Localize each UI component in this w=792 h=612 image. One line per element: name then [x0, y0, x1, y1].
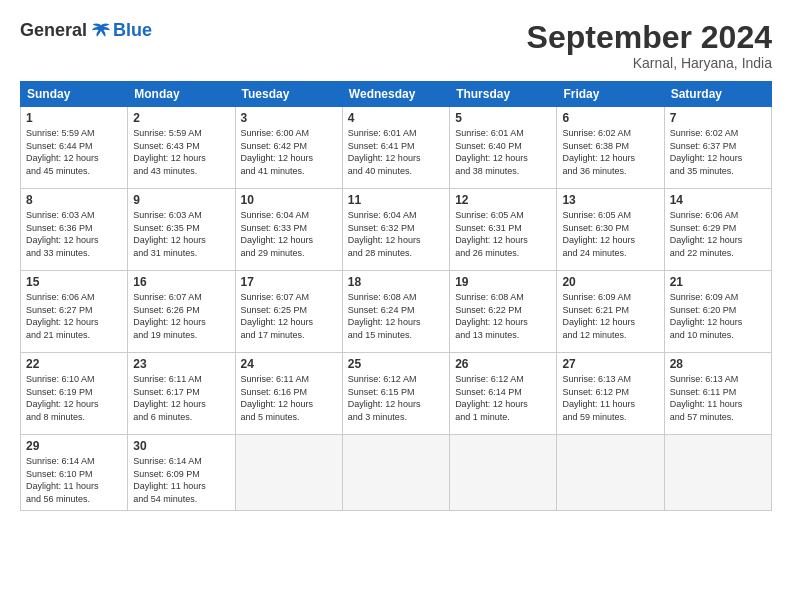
logo-blue-text: Blue	[113, 20, 152, 41]
col-friday: Friday	[557, 82, 664, 107]
table-row: 3Sunrise: 6:00 AMSunset: 6:42 PMDaylight…	[235, 107, 342, 189]
table-row: 28Sunrise: 6:13 AMSunset: 6:11 PMDayligh…	[664, 353, 771, 435]
day-number: 4	[348, 111, 444, 125]
title-block: September 2024 Karnal, Haryana, India	[527, 20, 772, 71]
day-number: 3	[241, 111, 337, 125]
table-row: 5Sunrise: 6:01 AMSunset: 6:40 PMDaylight…	[450, 107, 557, 189]
day-info: Sunrise: 6:06 AMSunset: 6:27 PMDaylight:…	[26, 292, 99, 340]
day-info: Sunrise: 6:11 AMSunset: 6:16 PMDaylight:…	[241, 374, 314, 422]
day-number: 23	[133, 357, 229, 371]
col-tuesday: Tuesday	[235, 82, 342, 107]
table-row: 16Sunrise: 6:07 AMSunset: 6:26 PMDayligh…	[128, 271, 235, 353]
table-row: 10Sunrise: 6:04 AMSunset: 6:33 PMDayligh…	[235, 189, 342, 271]
day-number: 21	[670, 275, 766, 289]
day-number: 22	[26, 357, 122, 371]
day-number: 17	[241, 275, 337, 289]
table-row	[235, 435, 342, 510]
table-row: 6Sunrise: 6:02 AMSunset: 6:38 PMDaylight…	[557, 107, 664, 189]
day-info: Sunrise: 6:04 AMSunset: 6:33 PMDaylight:…	[241, 210, 314, 258]
day-number: 25	[348, 357, 444, 371]
day-number: 9	[133, 193, 229, 207]
table-row: 13Sunrise: 6:05 AMSunset: 6:30 PMDayligh…	[557, 189, 664, 271]
table-row: 19Sunrise: 6:08 AMSunset: 6:22 PMDayligh…	[450, 271, 557, 353]
day-info: Sunrise: 6:03 AMSunset: 6:36 PMDaylight:…	[26, 210, 99, 258]
logo-bird-icon	[91, 21, 111, 41]
day-info: Sunrise: 6:11 AMSunset: 6:17 PMDaylight:…	[133, 374, 206, 422]
day-number: 26	[455, 357, 551, 371]
table-row: 22Sunrise: 6:10 AMSunset: 6:19 PMDayligh…	[21, 353, 128, 435]
table-row: 12Sunrise: 6:05 AMSunset: 6:31 PMDayligh…	[450, 189, 557, 271]
day-number: 7	[670, 111, 766, 125]
table-row: 14Sunrise: 6:06 AMSunset: 6:29 PMDayligh…	[664, 189, 771, 271]
day-info: Sunrise: 6:01 AMSunset: 6:41 PMDaylight:…	[348, 128, 421, 176]
col-saturday: Saturday	[664, 82, 771, 107]
table-row: 30Sunrise: 6:14 AMSunset: 6:09 PMDayligh…	[128, 435, 235, 510]
day-info: Sunrise: 6:06 AMSunset: 6:29 PMDaylight:…	[670, 210, 743, 258]
col-sunday: Sunday	[21, 82, 128, 107]
day-info: Sunrise: 6:05 AMSunset: 6:31 PMDaylight:…	[455, 210, 528, 258]
location: Karnal, Haryana, India	[527, 55, 772, 71]
table-row: 2Sunrise: 5:59 AMSunset: 6:43 PMDaylight…	[128, 107, 235, 189]
calendar-page: General Blue September 2024 Karnal, Hary…	[0, 0, 792, 612]
day-number: 28	[670, 357, 766, 371]
table-row: 1Sunrise: 5:59 AMSunset: 6:44 PMDaylight…	[21, 107, 128, 189]
table-row: 4Sunrise: 6:01 AMSunset: 6:41 PMDaylight…	[342, 107, 449, 189]
day-info: Sunrise: 6:03 AMSunset: 6:35 PMDaylight:…	[133, 210, 206, 258]
table-row: 8Sunrise: 6:03 AMSunset: 6:36 PMDaylight…	[21, 189, 128, 271]
table-row: 29Sunrise: 6:14 AMSunset: 6:10 PMDayligh…	[21, 435, 128, 510]
day-info: Sunrise: 6:14 AMSunset: 6:10 PMDaylight:…	[26, 456, 99, 504]
day-number: 16	[133, 275, 229, 289]
table-row: 21Sunrise: 6:09 AMSunset: 6:20 PMDayligh…	[664, 271, 771, 353]
header: General Blue September 2024 Karnal, Hary…	[20, 20, 772, 71]
table-row: 15Sunrise: 6:06 AMSunset: 6:27 PMDayligh…	[21, 271, 128, 353]
day-number: 13	[562, 193, 658, 207]
day-number: 29	[26, 439, 122, 453]
day-info: Sunrise: 6:10 AMSunset: 6:19 PMDaylight:…	[26, 374, 99, 422]
table-row	[664, 435, 771, 510]
day-info: Sunrise: 5:59 AMSunset: 6:43 PMDaylight:…	[133, 128, 206, 176]
day-info: Sunrise: 6:09 AMSunset: 6:21 PMDaylight:…	[562, 292, 635, 340]
day-info: Sunrise: 6:02 AMSunset: 6:38 PMDaylight:…	[562, 128, 635, 176]
day-number: 24	[241, 357, 337, 371]
col-monday: Monday	[128, 82, 235, 107]
day-info: Sunrise: 6:14 AMSunset: 6:09 PMDaylight:…	[133, 456, 206, 504]
day-info: Sunrise: 6:08 AMSunset: 6:22 PMDaylight:…	[455, 292, 528, 340]
day-info: Sunrise: 6:01 AMSunset: 6:40 PMDaylight:…	[455, 128, 528, 176]
table-row: 24Sunrise: 6:11 AMSunset: 6:16 PMDayligh…	[235, 353, 342, 435]
day-number: 27	[562, 357, 658, 371]
day-number: 19	[455, 275, 551, 289]
day-number: 2	[133, 111, 229, 125]
day-number: 18	[348, 275, 444, 289]
day-info: Sunrise: 6:02 AMSunset: 6:37 PMDaylight:…	[670, 128, 743, 176]
table-row: 27Sunrise: 6:13 AMSunset: 6:12 PMDayligh…	[557, 353, 664, 435]
day-number: 12	[455, 193, 551, 207]
table-row: 23Sunrise: 6:11 AMSunset: 6:17 PMDayligh…	[128, 353, 235, 435]
col-thursday: Thursday	[450, 82, 557, 107]
day-info: Sunrise: 6:08 AMSunset: 6:24 PMDaylight:…	[348, 292, 421, 340]
day-info: Sunrise: 6:05 AMSunset: 6:30 PMDaylight:…	[562, 210, 635, 258]
logo-general-text: General	[20, 20, 87, 41]
day-info: Sunrise: 6:12 AMSunset: 6:14 PMDaylight:…	[455, 374, 528, 422]
calendar-header-row: Sunday Monday Tuesday Wednesday Thursday…	[21, 82, 772, 107]
day-info: Sunrise: 6:13 AMSunset: 6:11 PMDaylight:…	[670, 374, 743, 422]
col-wednesday: Wednesday	[342, 82, 449, 107]
day-info: Sunrise: 6:00 AMSunset: 6:42 PMDaylight:…	[241, 128, 314, 176]
day-number: 5	[455, 111, 551, 125]
day-info: Sunrise: 6:13 AMSunset: 6:12 PMDaylight:…	[562, 374, 635, 422]
table-row: 18Sunrise: 6:08 AMSunset: 6:24 PMDayligh…	[342, 271, 449, 353]
day-number: 8	[26, 193, 122, 207]
table-row: 17Sunrise: 6:07 AMSunset: 6:25 PMDayligh…	[235, 271, 342, 353]
day-info: Sunrise: 5:59 AMSunset: 6:44 PMDaylight:…	[26, 128, 99, 176]
day-info: Sunrise: 6:07 AMSunset: 6:26 PMDaylight:…	[133, 292, 206, 340]
calendar-table: Sunday Monday Tuesday Wednesday Thursday…	[20, 81, 772, 510]
day-number: 20	[562, 275, 658, 289]
logo: General Blue	[20, 20, 152, 41]
table-row	[557, 435, 664, 510]
day-number: 1	[26, 111, 122, 125]
day-number: 14	[670, 193, 766, 207]
day-number: 6	[562, 111, 658, 125]
day-info: Sunrise: 6:07 AMSunset: 6:25 PMDaylight:…	[241, 292, 314, 340]
table-row: 9Sunrise: 6:03 AMSunset: 6:35 PMDaylight…	[128, 189, 235, 271]
table-row: 11Sunrise: 6:04 AMSunset: 6:32 PMDayligh…	[342, 189, 449, 271]
day-info: Sunrise: 6:09 AMSunset: 6:20 PMDaylight:…	[670, 292, 743, 340]
